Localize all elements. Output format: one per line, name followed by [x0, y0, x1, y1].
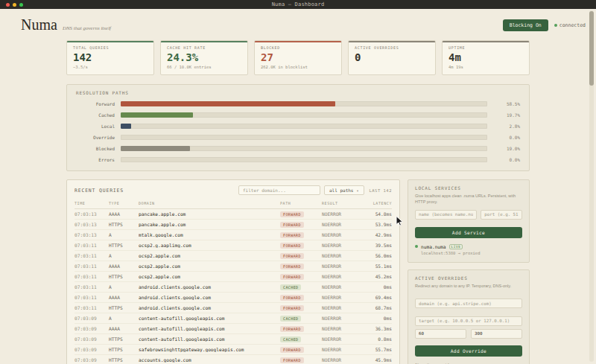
- window-title: Numa — Dashboard: [0, 1, 596, 7]
- stat-sub: [355, 65, 429, 70]
- live-dot-icon: [415, 245, 418, 248]
- query-domain: mtalk.google.com: [139, 232, 280, 237]
- filter-domain-input[interactable]: [238, 185, 320, 195]
- connection-status-label: connected: [559, 22, 586, 28]
- app-header: Numa DNS that governs itself Blocking On…: [0, 9, 596, 33]
- query-type: A: [109, 316, 139, 321]
- override-domain-input[interactable]: [415, 298, 522, 308]
- query-type: HTTPS: [109, 357, 139, 363]
- stats-row: TOTAL QUERIES 142 ~3.5/s CACHE HIT RATE …: [66, 40, 530, 75]
- scrollbar-track[interactable]: [589, 10, 594, 362]
- query-latency: 45.2ms: [359, 274, 392, 279]
- query-type: HTTPS: [109, 243, 139, 248]
- query-latency: 55.1ms: [359, 264, 392, 269]
- override-duration-input[interactable]: [471, 329, 522, 339]
- query-row: 07:03:13 AAAA pancake.apple.com FORWARD …: [74, 209, 392, 220]
- query-latency: 39.5ms: [359, 243, 392, 248]
- stat-sub: 66 / 10.0K entries: [167, 65, 241, 70]
- header-right: Blocking On connected: [503, 19, 586, 31]
- path-badge: FORWARD: [280, 264, 304, 269]
- path-label: Errors: [76, 157, 115, 162]
- col-type: TYPE: [109, 201, 139, 205]
- live-badge: LIVE: [449, 244, 463, 249]
- query-type: A: [109, 232, 139, 237]
- active-overrides-title: ACTIVE OVERRIDES: [415, 275, 522, 281]
- bar-track: [121, 112, 487, 118]
- service-name-input[interactable]: [415, 210, 477, 220]
- service-detail: localhost:5380 → proxied: [421, 251, 522, 255]
- query-result: NOERROR: [322, 305, 359, 310]
- query-type: AAAA: [109, 211, 139, 217]
- query-row: 07:03:09 HTTPS safebrowsinghttpgateway.g…: [74, 345, 392, 355]
- query-result: NOERROR: [322, 347, 359, 352]
- query-result: NOERROR: [322, 232, 359, 237]
- stat-sub: 4m 19s: [448, 65, 523, 70]
- query-time: 07:03:11: [74, 243, 109, 248]
- path-badge: FORWARD: [280, 305, 304, 311]
- path-badge: CACHED: [280, 336, 301, 342]
- query-type: HTTPS: [109, 222, 139, 227]
- stat-card: UPTIME 4m 4m 19s: [442, 40, 530, 75]
- override-target-input[interactable]: [415, 316, 522, 326]
- query-row: 07:03:11 A android.clients.google.com CA…: [74, 282, 392, 293]
- query-type: AAAA: [109, 326, 139, 331]
- query-type: HTTPS: [109, 274, 139, 279]
- resolution-path-row: Errors 0.0%: [76, 157, 520, 162]
- override-ttl-input[interactable]: [415, 329, 466, 339]
- service-port-input[interactable]: [481, 210, 522, 220]
- query-domain: ocsp2.apple.com: [139, 253, 280, 258]
- col-path: PATH: [280, 201, 322, 205]
- query-time: 07:03:09: [74, 316, 109, 321]
- range-label: LAST 142: [370, 188, 393, 193]
- path-label: Forward: [76, 101, 115, 106]
- stat-value: 24.3%: [167, 51, 241, 63]
- path-filter-select[interactable]: all paths ▾: [324, 185, 364, 195]
- query-latency: 53.9ms: [359, 222, 392, 227]
- blocking-toggle-button[interactable]: Blocking On: [503, 19, 548, 31]
- query-time: 07:03:13: [74, 211, 109, 217]
- add-override-button[interactable]: Add Override: [415, 345, 522, 357]
- path-badge: FORWARD: [280, 211, 304, 217]
- query-result: NOERROR: [322, 326, 359, 331]
- query-result: NOERROR: [322, 222, 359, 227]
- bar-fill: [121, 124, 131, 129]
- path-percentage: 19.0%: [493, 146, 520, 151]
- stat-label: ACTIVE OVERRIDES: [355, 45, 429, 50]
- services-list: numa.numa LIVE localhost:5380 → proxied: [415, 244, 522, 255]
- query-type: AAAA: [109, 264, 139, 269]
- path-label: Cached: [76, 112, 115, 118]
- stat-label: CACHE HIT RATE: [167, 45, 241, 50]
- bar-fill: [121, 146, 190, 151]
- service-item: numa.numa LIVE localhost:5380 → proxied: [415, 244, 522, 255]
- path-label: Blocked: [76, 146, 115, 151]
- path-badge: FORWARD: [280, 357, 304, 363]
- path-badge: FORWARD: [280, 274, 304, 280]
- add-service-button[interactable]: Add Service: [415, 227, 522, 238]
- brand: Numa DNS that governs itself: [21, 16, 111, 33]
- stat-card: BLOCKED 27 262.0K in blocklist: [254, 40, 342, 75]
- col-time: TIME: [74, 201, 109, 205]
- query-result: NOERROR: [322, 243, 359, 248]
- query-time: 07:03:11: [74, 274, 109, 279]
- query-row: 07:03:13 A mtalk.google.com FORWARD NOER…: [74, 230, 392, 240]
- app-tagline: DNS that governs itself: [63, 25, 111, 31]
- query-domain: accounts.google.com: [139, 357, 280, 363]
- query-result: NOERROR: [322, 274, 359, 279]
- stat-sub: ~3.5/s: [73, 65, 148, 70]
- query-latency: 45.9ms: [359, 357, 392, 363]
- query-latency: 56.0ms: [359, 253, 392, 258]
- query-time: 07:03:13: [74, 222, 109, 227]
- stat-value: 27: [261, 51, 335, 63]
- scrollbar-thumb[interactable]: [589, 11, 594, 86]
- path-percentage: 2.8%: [493, 124, 520, 129]
- stat-card: ACTIVE OVERRIDES 0: [348, 40, 436, 75]
- query-result: NOERROR: [322, 295, 359, 300]
- app-logo: Numa: [21, 16, 57, 33]
- query-row: 07:03:09 HTTPS accounts.google.com FORWA…: [74, 355, 392, 364]
- query-time: 07:03:11: [74, 253, 109, 258]
- path-percentage: 0.0%: [493, 135, 520, 140]
- query-domain: android.clients.google.com: [139, 295, 280, 300]
- path-badge: FORWARD: [280, 232, 304, 238]
- stat-sub: 262.0K in blocklist: [261, 65, 335, 70]
- service-name: numa.numa: [421, 244, 446, 249]
